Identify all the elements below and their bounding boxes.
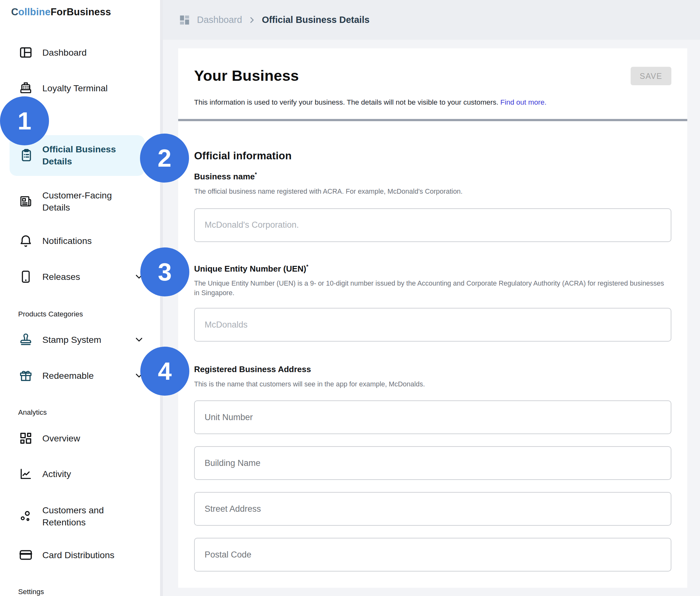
stamp-icon — [18, 332, 33, 347]
annotation-badge-2: 2 — [140, 134, 189, 183]
registered-address-label: Registered Business Address — [194, 364, 671, 374]
sidebar-item-card-distributions[interactable]: Card Distributions — [0, 546, 160, 564]
sidebar-item-label: Official Business Details — [42, 143, 138, 167]
sidebar-section-analytics: Analytics — [18, 408, 47, 417]
main-area: Dashboard Official Business Details Your… — [160, 0, 700, 596]
sidebar-item-label: Loyalty Terminal — [42, 82, 134, 94]
sidebar-item-label: Card Distributions — [42, 549, 134, 561]
annotation-badge-1: 1 — [0, 96, 49, 145]
required-asterisk: * — [255, 172, 257, 178]
uen-helper: The Unique Entity Number (UEN) is a 9- o… — [194, 279, 665, 298]
breadcrumb-current-page: Official Business Details — [262, 15, 369, 25]
unit-number-input[interactable] — [194, 400, 671, 434]
cash-register-icon — [18, 80, 33, 96]
sidebar-section-settings: Settings — [18, 588, 44, 596]
annotation-badge-3: 3 — [140, 248, 189, 296]
uen-label: Unique Entity Number (UEN)* — [194, 264, 671, 274]
sidebar-item-activity[interactable]: Activity — [0, 465, 160, 483]
business-name-input[interactable] — [194, 208, 671, 242]
content-area: Your Business SAVE This information is u… — [163, 40, 700, 596]
breadcrumb-link-dashboard[interactable]: Dashboard — [197, 15, 242, 25]
official-information-title: Official information — [194, 150, 671, 162]
sidebar-item-label: Releases — [42, 271, 134, 283]
smartphone-icon — [18, 269, 33, 284]
annotation-badge-4: 4 — [140, 347, 189, 396]
credit-card-icon — [18, 547, 33, 563]
grid-overview-icon — [18, 431, 33, 446]
building-name-input[interactable] — [194, 446, 671, 480]
registered-address-helper: This is the name that customers will see… — [194, 380, 665, 389]
line-chart-icon — [18, 466, 33, 482]
app-window: CollbineForBusiness Dashboard — [0, 0, 700, 596]
sidebar-section-products-categories: Products Categories — [18, 310, 83, 318]
sidebar-item-overview[interactable]: Overview — [0, 429, 160, 447]
street-address-input[interactable] — [194, 492, 671, 526]
dashboard-grid-icon — [178, 14, 191, 26]
dashboard-panel-icon — [18, 45, 33, 60]
sidebar-item-label: Notifications — [42, 235, 134, 247]
sidebar-item-customers-and-retentions[interactable]: Customers and Retentions — [0, 504, 160, 528]
save-button[interactable]: SAVE — [631, 67, 671, 85]
breadcrumb: Dashboard Official Business Details — [163, 0, 700, 40]
sidebar-item-label: Dashboard — [42, 47, 134, 58]
find-out-more-link[interactable]: Find out more. — [500, 98, 547, 106]
sidebar-item-stamp-system[interactable]: Stamp System — [0, 331, 160, 348]
gift-icon — [18, 368, 33, 383]
chevron-down-icon — [134, 334, 145, 345]
business-name-helper: The official business name registered wi… — [194, 187, 665, 196]
required-asterisk: * — [306, 264, 308, 270]
page-title: Your Business — [194, 67, 299, 85]
section-divider — [178, 119, 687, 121]
sidebar: CollbineForBusiness Dashboard — [0, 0, 160, 596]
uen-input[interactable] — [194, 308, 671, 342]
sidebar-item-label: Redeemable — [42, 369, 134, 382]
sidebar-item-label: Overview — [42, 432, 134, 444]
bell-icon — [18, 233, 33, 249]
sidebar-item-label: Stamp System — [42, 334, 134, 346]
page-description-text: This information is used to verify your … — [194, 98, 498, 106]
sidebar-item-label: Activity — [42, 468, 134, 480]
card-header: Your Business SAVE — [194, 67, 671, 85]
sidebar-item-releases[interactable]: Releases — [0, 268, 160, 286]
sidebar-item-label: Customer-Facing Details — [42, 189, 134, 213]
scatter-bubbles-icon — [18, 509, 33, 524]
sidebar-item-dashboard[interactable]: Dashboard — [0, 44, 160, 61]
brand-part-1: C — [11, 6, 19, 18]
newspaper-icon — [18, 194, 33, 209]
business-name-label: Business name* — [194, 172, 671, 182]
brand-logo[interactable]: CollbineForBusiness — [11, 6, 111, 18]
page-description: This information is used to verify your … — [194, 98, 671, 107]
brand-part-2: ollbine — [19, 6, 51, 18]
sidebar-item-loyalty-terminal[interactable]: Loyalty Terminal — [0, 79, 160, 97]
sidebar-item-customer-facing-details[interactable]: Customer-Facing Details — [0, 189, 160, 213]
sidebar-item-label: Customers and Retentions — [42, 504, 134, 528]
your-business-card: Your Business SAVE This information is u… — [178, 48, 687, 588]
clipboard-icon — [19, 148, 34, 163]
sidebar-item-redeemable[interactable]: Redeemable — [0, 367, 160, 385]
postal-code-input[interactable] — [194, 538, 671, 571]
brand-part-3: ForBusiness — [51, 6, 111, 18]
sidebar-item-notifications[interactable]: Notifications — [0, 232, 160, 250]
chevron-right-icon — [247, 15, 257, 25]
